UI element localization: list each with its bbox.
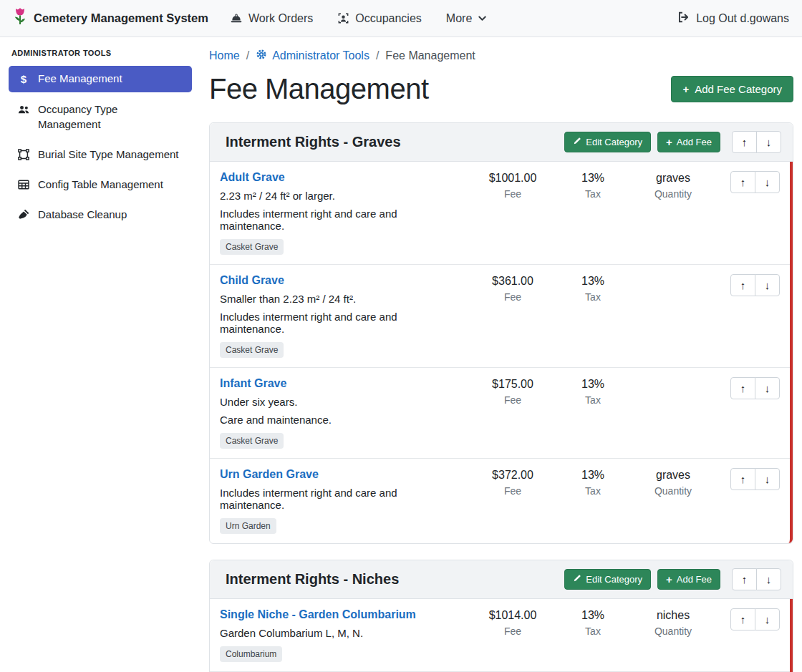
fee-tax-value: 13% — [562, 275, 624, 288]
fee-tax-label: Tax — [562, 485, 624, 497]
move-fee-down-button[interactable]: ↓ — [755, 377, 780, 399]
fee-type-badge: Casket Grave — [220, 239, 284, 255]
add-fee-button[interactable]: + Add Fee — [657, 569, 720, 590]
breadcrumb-current: Fee Management — [385, 49, 475, 62]
fee-tax-value: 13% — [562, 469, 624, 482]
move-category-up-button[interactable]: ↑ — [732, 131, 757, 153]
fee-tax-value: 13% — [562, 378, 624, 391]
fee-tax: 13% Tax — [562, 171, 624, 200]
fee-name-link[interactable]: Infant Grave — [220, 377, 286, 390]
add-fee-button[interactable]: + Add Fee — [657, 132, 720, 152]
fee-amount-label: Fee — [470, 625, 555, 637]
move-category-up-button[interactable]: ↑ — [732, 568, 757, 590]
nav-work-orders[interactable]: Work Orders — [230, 12, 313, 25]
plus-icon: + — [682, 84, 689, 94]
main-nav: Work Orders Occupancies More — [230, 12, 487, 25]
sidebar-item-burial-site-type-management[interactable]: Burial Site Type Management — [9, 142, 192, 167]
nav-occupancies[interactable]: Occupancies — [337, 12, 422, 25]
fee-name-link[interactable]: Adult Grave — [220, 171, 285, 184]
vector-square-icon — [17, 148, 30, 161]
fee-quantity-value: graves — [631, 469, 715, 482]
fee-amount-label: Fee — [470, 394, 555, 406]
move-fee-up-button[interactable]: ↑ — [730, 274, 755, 296]
breadcrumb-admin-tools-link[interactable]: Administrator Tools — [256, 49, 369, 63]
category-actions: Edit Category + Add Fee ↑ ↓ — [564, 568, 781, 590]
fee-reorder-group: ↑ ↓ — [730, 377, 780, 399]
fee-name-link[interactable]: Child Grave — [220, 274, 284, 287]
breadcrumb-home-label: Home — [209, 49, 240, 62]
move-fee-up-button[interactable]: ↑ — [730, 171, 755, 193]
fee-quantity — [631, 377, 715, 378]
gear-icon — [256, 49, 267, 63]
fee-tax-label: Tax — [562, 291, 624, 303]
brand-title: Cemetery Management System — [34, 11, 208, 25]
pencil-icon — [573, 137, 581, 147]
move-category-down-button[interactable]: ↓ — [756, 568, 781, 590]
sidebar-item-label: Occupancy Type Management — [38, 102, 183, 132]
add-fee-category-button[interactable]: + Add Fee Category — [671, 76, 793, 102]
fee-quantity-label: Quantity — [631, 625, 715, 637]
fee-tax-label: Tax — [562, 188, 624, 200]
move-fee-down-button[interactable]: ↓ — [755, 468, 780, 490]
fee-tax: 13% Tax — [562, 608, 624, 637]
breadcrumb-home-link[interactable]: Home — [209, 49, 240, 62]
fee-name-link[interactable]: Urn Garden Grave — [220, 468, 319, 481]
fee-tax-label: Tax — [562, 394, 624, 406]
move-fee-down-button[interactable]: ↓ — [755, 608, 780, 630]
sidebar-heading: ADMINISTRATOR TOOLS — [11, 49, 189, 57]
fee-amount-label: Fee — [470, 485, 555, 497]
fee-amount-label: Fee — [470, 188, 555, 200]
fee-reorder-group: ↑ ↓ — [730, 608, 780, 630]
move-fee-down-button[interactable]: ↓ — [755, 171, 780, 193]
fee-row: Infant Grave Under six years. Care and m… — [210, 368, 790, 459]
fee-type-badge: Urn Garden — [220, 518, 276, 534]
pencil-icon — [573, 574, 581, 585]
fee-quantity-label: Quantity — [631, 188, 715, 200]
fee-name-link[interactable]: Single Niche - Garden Columbarium — [220, 608, 416, 621]
sidebar-item-fee-management[interactable]: $ Fee Management — [9, 66, 192, 92]
fee-type-badge: Columbarium — [220, 646, 282, 662]
category-reorder-group: ↑ ↓ — [732, 131, 781, 153]
fee-tax-value: 13% — [562, 609, 624, 622]
edit-category-button[interactable]: Edit Category — [564, 569, 651, 590]
fee-description: Care and maintenance. — [220, 414, 463, 426]
fee-description: Includes interment right and care and ma… — [220, 208, 463, 232]
fee-category-card: Interment Rights - Graves Edit Category … — [209, 122, 793, 544]
sidebar-item-label: Fee Management — [38, 72, 122, 86]
category-body: Single Niche - Garden Columbarium Garden… — [210, 599, 793, 672]
fee-description: 2.23 m² / 24 ft² or larger. — [220, 190, 463, 202]
fee-tax: 13% Tax — [562, 377, 624, 406]
move-fee-up-button[interactable]: ↑ — [730, 377, 755, 399]
logout-button[interactable]: Log Out d.gowans — [677, 11, 789, 26]
fee-amount: $361.00 Fee — [470, 274, 555, 303]
sidebar-item-occupancy-type-management[interactable]: Occupancy Type Management — [9, 97, 192, 137]
dollar-icon: $ — [17, 72, 30, 87]
hard-hat-icon — [230, 12, 243, 25]
move-category-down-button[interactable]: ↓ — [756, 131, 781, 153]
category-header: Interment Rights - Graves Edit Category … — [210, 123, 793, 162]
move-fee-up-button[interactable]: ↑ — [730, 608, 755, 630]
fee-row: Urn Garden Grave Includes interment righ… — [210, 459, 790, 543]
fee-quantity-value: niches — [631, 609, 715, 622]
breadcrumb-admin-tools-label: Administrator Tools — [272, 49, 369, 62]
move-fee-down-button[interactable]: ↓ — [755, 274, 780, 296]
edit-category-button[interactable]: Edit Category — [564, 132, 651, 152]
move-fee-up-button[interactable]: ↑ — [730, 468, 755, 490]
fee-tax-value: 13% — [562, 172, 624, 185]
category-header: Interment Rights - Niches Edit Category … — [210, 560, 793, 599]
nav-more[interactable]: More — [446, 12, 487, 25]
fee-amount-value: $1014.00 — [470, 609, 555, 622]
chevron-down-icon — [478, 14, 487, 23]
sidebar-item-database-cleanup[interactable]: Database Cleanup — [9, 202, 192, 228]
fee-amount-value: $1001.00 — [470, 172, 555, 185]
add-fee-label: Add Fee — [677, 574, 712, 585]
plus-icon: + — [666, 574, 672, 585]
category-title: Interment Rights - Niches — [226, 571, 564, 588]
sign-out-icon — [677, 11, 690, 26]
breadcrumb: Home / Administrator Tools / Fee Managem… — [209, 49, 793, 63]
fee-tax-label: Tax — [562, 625, 624, 637]
brand[interactable]: Cemetery Management System — [13, 7, 208, 29]
nav-work-orders-label: Work Orders — [248, 12, 313, 25]
breadcrumb-separator: / — [376, 49, 379, 62]
sidebar-item-config-table-management[interactable]: Config Table Management — [9, 172, 192, 198]
